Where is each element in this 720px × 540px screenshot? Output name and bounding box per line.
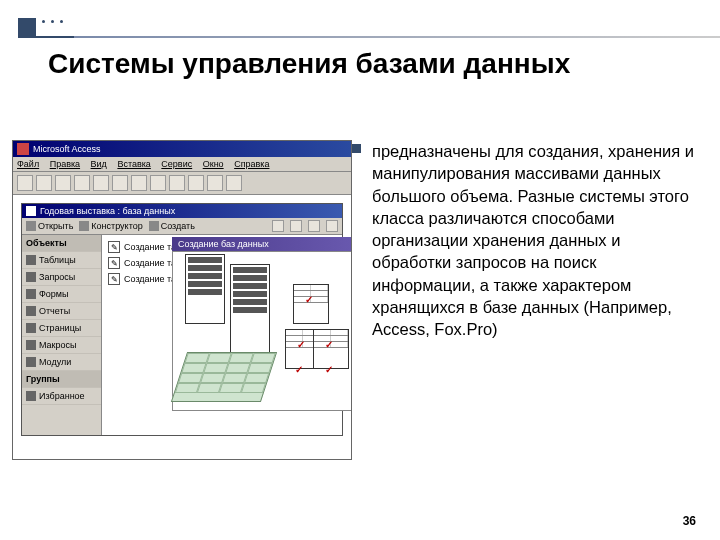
wizard-icon: ✎ [108,241,120,253]
check-icon: ✓ [325,364,333,375]
db-window-title: Годовая выставка : база данных [40,206,175,216]
menu-edit[interactable]: Правка [50,159,80,169]
db-sidebar: Объекты Таблицы Запросы Формы Отчеты Стр… [22,235,102,435]
toolbar-button[interactable] [308,220,320,232]
macros-icon [26,340,36,350]
bullet-icon [352,144,361,153]
check-icon: ✓ [325,339,333,350]
toolbar-button[interactable] [55,175,71,191]
toolbar-button[interactable] [36,175,52,191]
check-icon: ✓ [305,294,313,305]
tables-graphic: ✓ ✓ ✓ ✓ ✓ [285,284,345,404]
sidebar-item-modules[interactable]: Модули [22,354,101,371]
top-divider [18,36,720,38]
sidebar-item-pages[interactable]: Страницы [22,320,101,337]
open-icon [26,221,36,231]
overlay-graphic: ✓ ✓ ✓ ✓ ✓ [175,254,352,408]
toolbar-button[interactable] [290,220,302,232]
favorites-icon [26,391,36,401]
db-mainarea: ✎Создание та… ✎Создание та… ✎Создание та… [102,235,342,435]
slide-title: Системы управления базами данных [48,48,570,80]
sidebar-header-objects: Объекты [22,235,101,252]
toolbar-button[interactable] [326,220,338,232]
menu-help[interactable]: Справка [234,159,269,169]
corner-decoration [18,18,36,36]
sidebar-item-forms[interactable]: Формы [22,286,101,303]
text-column: предназначены для создания, хранения и м… [372,140,696,460]
queries-icon [26,272,36,282]
sidebar-item-tables[interactable]: Таблицы [22,252,101,269]
sidebar-item-favorites[interactable]: Избранное [22,388,101,405]
toolbar-button[interactable] [169,175,185,191]
app-titlebar: Microsoft Access [13,141,351,157]
db-icon [26,206,36,216]
wizard-icon: ✎ [108,257,120,269]
toolbar-button[interactable] [226,175,242,191]
open-button[interactable]: Открыть [26,221,73,231]
dots-decoration [42,20,63,23]
app-title: Microsoft Access [33,144,101,154]
menu-view[interactable]: Вид [91,159,107,169]
toolbar-button[interactable] [131,175,147,191]
sidebar-item-macros[interactable]: Макросы [22,337,101,354]
check-icon: ✓ [295,364,303,375]
design-button[interactable]: Конструктор [79,221,142,231]
modules-icon [26,357,36,367]
reports-icon [26,306,36,316]
access-icon [17,143,29,155]
create-icon [149,221,159,231]
toolbar-button[interactable] [272,220,284,232]
menu-file[interactable]: Файл [17,159,39,169]
access-screenshot: Microsoft Access Файл Правка Вид Вставка… [12,140,352,460]
toolbar [13,172,351,195]
pages-icon [26,323,36,333]
db-window: Годовая выставка : база данных Открыть К… [21,203,343,436]
create-button[interactable]: Создать [149,221,195,231]
wizard-icon: ✎ [108,273,120,285]
menu-window[interactable]: Окно [203,159,224,169]
sidebar-item-queries[interactable]: Запросы [22,269,101,286]
db-window-titlebar: Годовая выставка : база данных [22,204,342,218]
db-toolbar: Открыть Конструктор Создать [22,218,342,235]
toolbar-button[interactable] [17,175,33,191]
toolbar-button[interactable] [112,175,128,191]
tables-icon [26,255,36,265]
overlay-title: Создание баз данных [172,237,352,251]
toolbar-button[interactable] [74,175,90,191]
sidebar-item-reports[interactable]: Отчеты [22,303,101,320]
page-number: 36 [683,514,696,528]
toolbar-button[interactable] [150,175,166,191]
overlay-body: ✓ ✓ ✓ ✓ ✓ [172,251,352,411]
toolbar-button[interactable] [207,175,223,191]
design-icon [79,221,89,231]
toolbar-button[interactable] [93,175,109,191]
menu-service[interactable]: Сервис [161,159,192,169]
menu-insert[interactable]: Вставка [117,159,150,169]
sidebar-header-groups: Группы [22,371,101,388]
forms-icon [26,289,36,299]
check-icon: ✓ [297,339,305,350]
db-body: Объекты Таблицы Запросы Формы Отчеты Стр… [22,235,342,435]
overlay-dialog: Создание баз данных [172,237,352,411]
building-icon [230,264,270,354]
body-text: предназначены для создания, хранения и м… [372,140,696,340]
building-icon [185,254,225,324]
spreadsheet-icon [171,352,277,402]
menubar: Файл Правка Вид Вставка Сервис Окно Спра… [13,157,351,172]
toolbar-button[interactable] [188,175,204,191]
